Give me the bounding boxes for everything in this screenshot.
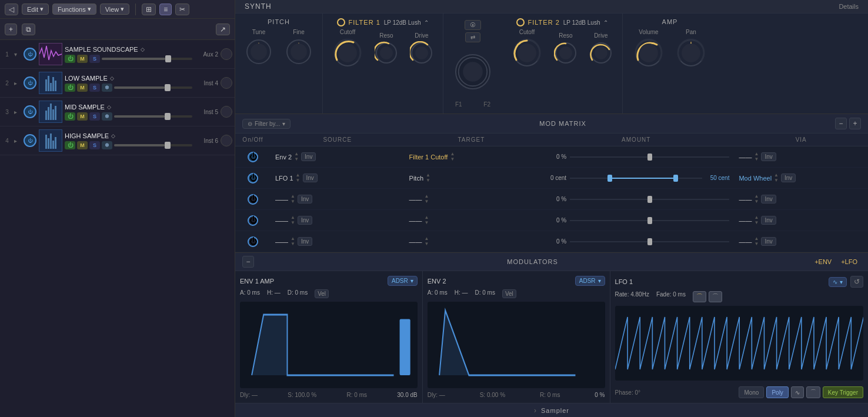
target-arrows-1[interactable]: ▲▼ bbox=[450, 152, 455, 162]
via-inv-btn-3[interactable]: Inv bbox=[761, 195, 776, 204]
filter1-type[interactable]: LP 12dB Lush bbox=[384, 19, 421, 26]
track-power-btn[interactable]: ⏻ bbox=[24, 48, 36, 61]
add-env-btn[interactable]: +ENV bbox=[811, 257, 835, 266]
track-active-btn[interactable]: ⏻ bbox=[65, 112, 75, 121]
mod-power-btn-4[interactable]: ⏻ bbox=[248, 215, 258, 226]
track-power-btn[interactable]: ⏻ bbox=[24, 134, 36, 147]
via-arrows-4[interactable]: ▲▼ bbox=[754, 215, 759, 225]
filter1-drive-knob[interactable] bbox=[410, 41, 433, 65]
mod-power-btn-1[interactable]: ⏻ bbox=[248, 152, 258, 162]
track-power-btn[interactable]: ⏻ bbox=[24, 76, 36, 89]
source-inv-btn-5[interactable]: Inv bbox=[298, 237, 312, 246]
view-btn[interactable]: View ▾ bbox=[100, 4, 130, 15]
track-solo-btn[interactable]: S bbox=[89, 84, 100, 92]
amount-slider-3[interactable] bbox=[570, 199, 729, 200]
source-inv-btn-2[interactable]: Inv bbox=[303, 174, 318, 182]
source-arrows-1[interactable]: ▲▼ bbox=[294, 152, 299, 162]
mod-power-btn-3[interactable]: ⏻ bbox=[248, 194, 258, 205]
via-arrows-1[interactable]: ▲▼ bbox=[754, 152, 759, 162]
lfo-wave-shape-btn-1[interactable]: ∿ bbox=[791, 386, 804, 398]
via-arrows-5[interactable]: ▲▼ bbox=[754, 236, 759, 246]
sampler-expand-arrow[interactable]: › bbox=[534, 406, 536, 415]
track-freeze-btn[interactable]: ❄ bbox=[102, 141, 112, 149]
volume-knob[interactable] bbox=[633, 38, 664, 68]
filter-swap-btn[interactable]: ⇄ bbox=[465, 32, 480, 42]
add-track-btn[interactable]: + bbox=[5, 24, 17, 35]
target-arrows-4[interactable]: ▲▼ bbox=[425, 215, 429, 225]
track-expand-arrow[interactable]: ▸ bbox=[14, 109, 21, 115]
track-active-btn[interactable]: ⏻ bbox=[65, 55, 75, 63]
track-power-btn[interactable]: ⏻ bbox=[24, 105, 36, 118]
track-fader[interactable] bbox=[114, 86, 192, 89]
filter-blend-knob[interactable] bbox=[455, 54, 490, 89]
fine-knob[interactable] bbox=[285, 38, 313, 66]
track-fader[interactable] bbox=[102, 58, 192, 60]
track-fader[interactable] bbox=[114, 144, 192, 146]
pan-knob[interactable] bbox=[676, 38, 706, 68]
edit-btn[interactable]: Edit ▾ bbox=[22, 4, 49, 15]
source-arrows-4[interactable]: ▲▼ bbox=[291, 215, 295, 225]
filter2-reso-knob[interactable] bbox=[554, 41, 577, 65]
filter2-cutoff-knob[interactable] bbox=[512, 38, 542, 68]
via-arrows-2[interactable]: ▲▼ bbox=[774, 173, 779, 183]
filter-link-btn[interactable]: ⦿ bbox=[465, 20, 481, 30]
via-inv-btn-2[interactable]: Inv bbox=[781, 174, 796, 182]
track-solo-btn[interactable]: S bbox=[89, 141, 100, 149]
filter1-power-btn[interactable] bbox=[337, 18, 345, 26]
amount-slider-5[interactable] bbox=[570, 241, 729, 242]
filter2-drive-knob[interactable] bbox=[589, 41, 613, 65]
filter2-type[interactable]: LP 12dB Lush bbox=[563, 19, 600, 26]
via-inv-btn-4[interactable]: Inv bbox=[761, 216, 776, 225]
mod-power-btn-5[interactable]: ⏻ bbox=[248, 236, 258, 247]
lfo-shape-btn-2[interactable]: ⌒ bbox=[709, 291, 722, 302]
via-arrows-3[interactable]: ▲▼ bbox=[754, 194, 759, 204]
track-freeze-btn[interactable]: ❄ bbox=[102, 84, 112, 92]
amount-slider-1[interactable] bbox=[570, 156, 729, 158]
export-btn[interactable]: ↗ bbox=[216, 24, 230, 35]
mod-matrix-minus-btn[interactable]: − bbox=[835, 118, 847, 129]
modulators-minus-btn[interactable]: − bbox=[242, 256, 254, 268]
target-arrows-3[interactable]: ▲▼ bbox=[425, 194, 429, 204]
amount-slider-4[interactable] bbox=[570, 220, 729, 221]
env1-type-select[interactable]: ADSR ▾ bbox=[388, 276, 418, 286]
track-expand-arrow[interactable]: ▸ bbox=[14, 138, 21, 144]
source-arrows-5[interactable]: ▲▼ bbox=[291, 236, 295, 246]
track-fader[interactable] bbox=[114, 115, 192, 118]
duplicate-btn[interactable]: ⧉ bbox=[22, 24, 35, 35]
mod-power-btn-2[interactable]: ⏻ bbox=[248, 173, 258, 184]
amount-slider-2[interactable] bbox=[570, 178, 702, 179]
filter2-type-arrow[interactable]: ⌃ bbox=[603, 19, 608, 26]
mod-filter-btn[interactable]: ⊖ Filter by... ▾ bbox=[242, 119, 291, 129]
track-expand-arrow[interactable]: ▾ bbox=[14, 51, 21, 58]
track-solo-btn[interactable]: S bbox=[89, 112, 100, 121]
synth-details-btn[interactable]: Details bbox=[839, 3, 859, 10]
source-inv-btn-4[interactable]: Inv bbox=[298, 216, 312, 225]
back-btn[interactable]: ◁ bbox=[5, 4, 18, 15]
list-icon-btn[interactable]: ≡ bbox=[159, 4, 172, 15]
add-lfo-btn[interactable]: +LFO bbox=[837, 257, 861, 266]
lfo-keytrig-btn[interactable]: Key Trigger bbox=[823, 386, 863, 398]
filter1-reso-knob[interactable] bbox=[375, 41, 398, 65]
source-inv-btn-1[interactable]: Inv bbox=[301, 152, 316, 161]
track-volume-knob[interactable] bbox=[221, 135, 232, 146]
via-inv-btn-1[interactable]: Inv bbox=[761, 152, 776, 161]
mod-matrix-plus-btn[interactable]: + bbox=[849, 118, 861, 129]
track-volume-knob[interactable] bbox=[221, 106, 232, 118]
track-active-btn[interactable]: ⏻ bbox=[65, 84, 75, 92]
track-mute-btn[interactable]: M bbox=[77, 141, 88, 149]
lfo-mono-btn[interactable]: Mono bbox=[739, 386, 764, 398]
filter1-type-arrow[interactable]: ⌃ bbox=[424, 19, 429, 26]
track-mute-btn[interactable]: M bbox=[77, 84, 88, 92]
track-volume-knob[interactable] bbox=[221, 77, 232, 89]
track-solo-btn[interactable]: S bbox=[89, 55, 100, 63]
tune-knob[interactable] bbox=[245, 38, 273, 66]
grid-icon-btn[interactable]: ⊞ bbox=[142, 4, 156, 15]
via-inv-btn-5[interactable]: Inv bbox=[761, 237, 776, 246]
functions-btn[interactable]: Functions ▾ bbox=[52, 4, 96, 15]
scissors-icon-btn[interactable]: ✂ bbox=[175, 4, 189, 15]
track-mute-btn[interactable]: M bbox=[77, 55, 88, 63]
lfo1-wave-select[interactable]: ∿ ▾ bbox=[829, 277, 847, 287]
target-arrows-2[interactable]: ▲▼ bbox=[426, 173, 430, 183]
source-inv-btn-3[interactable]: Inv bbox=[298, 195, 312, 204]
lfo-retrig-btn[interactable]: ↺ bbox=[850, 276, 863, 288]
